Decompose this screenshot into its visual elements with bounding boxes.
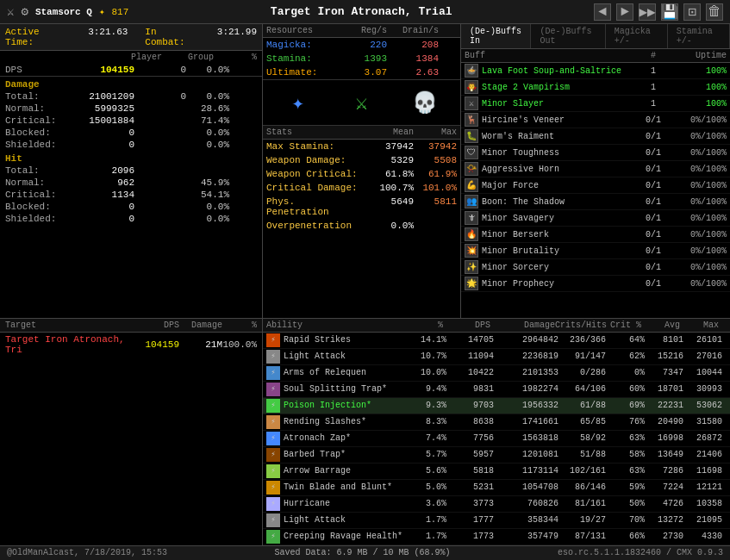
nav-forward-button[interactable]: ►: [616, 3, 633, 21]
ability-row[interactable]: ⚡ Hurricane 3.6% 3773 760826 81/161 50% …: [263, 496, 730, 513]
drain-header: Drain/s: [387, 26, 439, 35]
buff-tab[interactable]: Magicka +/-: [606, 24, 668, 48]
buff-row[interactable]: 🛡 Minor Toughness 0/1 0%/100%: [461, 145, 730, 161]
ability-damage: 2964842: [494, 335, 558, 345]
buff-name: Minor Prophecy: [482, 279, 640, 289]
ability-icon: ⚡: [266, 481, 280, 495]
buff-tab[interactable]: (De-)Buffs Out: [531, 24, 605, 48]
damage-title: Damage: [0, 77, 262, 90]
buff-row[interactable]: 🦌 Hircine's Veneer 0/1 0%/100%: [461, 112, 730, 128]
ability-pct: 14.1%: [408, 335, 446, 345]
ability-crits: 51/88: [558, 450, 606, 459]
ability-row[interactable]: ⚡ Soul Splitting Trap* 9.4% 9831 1982274…: [263, 382, 730, 398]
buff-row[interactable]: 📯 Aggressive Horn 0/1 0%/100%: [461, 161, 730, 177]
buff-icon: 🔥: [465, 227, 478, 241]
target-name[interactable]: Target Iron Atronach, Tri: [5, 334, 128, 355]
ability-row[interactable]: ⚡ Arrow Barrage 5.6% 5818 1173114 102/16…: [263, 464, 730, 480]
buff-name: Major Force: [482, 181, 640, 190]
ability-list[interactable]: ⚡ Rapid Strikes 14.1% 14705 2964842 236/…: [263, 333, 730, 545]
ability-max: 21095: [683, 515, 722, 525]
ability-row[interactable]: ⚡ Poison Injection* 9.3% 9703 1956332 61…: [263, 398, 730, 414]
ability-max: 53062: [683, 401, 722, 410]
buff-row[interactable]: 🗡 Minor Savagery 0/1 0%/100%: [461, 210, 730, 227]
target-row[interactable]: Target Iron Atronach, Tri 104159 21M 100…: [0, 333, 262, 357]
ability-icon: ⚡: [266, 415, 280, 429]
ability-dps: 11094: [446, 352, 494, 361]
ability-critpct: 70%: [606, 515, 645, 525]
buff-uptime: 0%/100%: [666, 263, 727, 272]
ability-dps: 5957: [446, 450, 494, 459]
ability-pct: 10.0%: [408, 368, 446, 377]
buff-uptime: 100%: [666, 83, 727, 92]
buff-icon: 🍲: [465, 64, 478, 78]
ability-max: 4330: [683, 532, 722, 541]
buff-list[interactable]: 🍲 Lava Foot Soup-and-Saltrice 1 100%🧛 St…: [461, 63, 730, 318]
ability-crits: 61/88: [558, 401, 606, 410]
nav-back-button[interactable]: ◄: [594, 3, 611, 21]
ability-critpct: 59%: [606, 482, 645, 492]
ability-row[interactable]: ⚡ Twin Blade and Blunt* 5.0% 5231 105470…: [263, 480, 730, 496]
ability-name: Rending Slashes*: [284, 417, 408, 426]
buff-row[interactable]: ⚔ Minor Slayer 1 100%: [461, 96, 730, 112]
ability-row[interactable]: ⚡ Arms of Relequen 10.0% 10422 2101353 0…: [263, 365, 730, 382]
ability-row[interactable]: ⚡ Light Attack 1.7% 1777 358344 19/27 70…: [263, 513, 730, 529]
ability-row[interactable]: ⚡ Atronach Zap* 7.4% 7756 1563818 58/92 …: [263, 431, 730, 447]
ability-pct: 1.7%: [408, 532, 446, 541]
buff-tab[interactable]: Stamina +/-: [668, 24, 730, 48]
count-header: #: [640, 51, 666, 60]
ability-crits: 0/286: [558, 368, 606, 377]
buff-count: 0/1: [640, 165, 666, 174]
buff-row[interactable]: 🧛 Stage 2 Vampirism 1 100%: [461, 79, 730, 96]
buff-row[interactable]: 🌟 Minor Prophecy 0/1 0%/100%: [461, 276, 730, 292]
ability-pct: 5.0%: [408, 482, 446, 492]
ability-critpct: 63%: [606, 466, 645, 476]
ability-icon: ⚡: [266, 366, 280, 380]
buff-tab[interactable]: (De-)Buffs In: [461, 24, 531, 48]
ability-dps: 9703: [446, 401, 494, 410]
ability-dps: 14705: [446, 335, 494, 345]
hit-row: Critical: 1134 54.1%: [0, 189, 262, 201]
settings-icon[interactable]: ⚙: [21, 4, 28, 19]
resources-label: Resources: [266, 26, 335, 35]
hit-section: Hit Total: 2096 Normal: 962 45.9%Critica…: [0, 151, 262, 225]
buff-icon: 🛡: [465, 146, 478, 159]
stat-data-row: Weapon Critical: 61.8% 61.9%: [263, 167, 460, 181]
ability-critpct: 64%: [606, 335, 645, 345]
close-button[interactable]: 🗑: [706, 3, 723, 21]
nav-skip-button[interactable]: ▶▶: [639, 3, 656, 21]
buff-row[interactable]: ✨ Minor Sorcery 0/1 0%/100%: [461, 259, 730, 276]
stats-mean-header: Mean: [362, 128, 414, 137]
ability-avg: 8101: [645, 335, 683, 345]
buff-row[interactable]: 💥 Minor Brutality 0/1 0%/100%: [461, 243, 730, 259]
buff-uptime: 0%/100%: [666, 279, 727, 289]
ability-max: 21406: [683, 450, 722, 459]
ability-pct: 5.7%: [408, 450, 446, 459]
ability-row[interactable]: ⚡ Creeping Ravage Health* 1.7% 1773 3574…: [263, 529, 730, 545]
hit-title: Hit: [0, 151, 262, 165]
sword-icon: ⚔: [7, 4, 14, 19]
buff-count: 0/1: [640, 263, 666, 272]
buff-row[interactable]: 🍲 Lava Foot Soup-and-Saltrice 1 100%: [461, 63, 730, 79]
window-button[interactable]: ⊡: [683, 3, 701, 21]
ability-avg: 13649: [645, 450, 683, 459]
dps-pct-value: 0.0%: [186, 65, 229, 75]
buff-row[interactable]: 🐛 Worm's Raiment 0/1 0%/100%: [461, 128, 730, 145]
in-combat-label: In Combat:: [145, 27, 199, 47]
buff-name: Minor Toughness: [482, 148, 640, 158]
buff-row[interactable]: 👥 Boon: The Shadow 0/1 0%/100%: [461, 194, 730, 210]
buff-row[interactable]: 🔥 Minor Berserk 0/1 0%/100%: [461, 227, 730, 243]
group-header: Group: [162, 53, 214, 62]
ability-panel: Ability % DPS Damage Crits/Hits Crit % A…: [263, 319, 730, 545]
ability-row[interactable]: ⚡ Barbed Trap* 5.7% 5957 1201081 51/88 5…: [263, 447, 730, 464]
buff-row[interactable]: 💪 Major Force 0/1 0%/100%: [461, 177, 730, 194]
ability-row[interactable]: ⚡ Light Attack 10.7% 11094 2236819 91/14…: [263, 349, 730, 365]
gold-icon: ✦: [99, 6, 105, 17]
buff-name: Hircine's Veneer: [482, 115, 640, 125]
hit-row: Blocked: 0 0.0%: [0, 201, 262, 213]
buff-header: Buff: [465, 51, 640, 60]
save-button[interactable]: 💾: [661, 3, 678, 21]
ability-dmg-header: Damage: [490, 320, 555, 330]
ability-row[interactable]: ⚡ Rending Slashes* 8.3% 8638 1741661 65/…: [263, 414, 730, 431]
stat-data-row: Overpenetration 0.0%: [263, 219, 460, 233]
ability-row[interactable]: ⚡ Rapid Strikes 14.1% 14705 2964842 236/…: [263, 333, 730, 349]
